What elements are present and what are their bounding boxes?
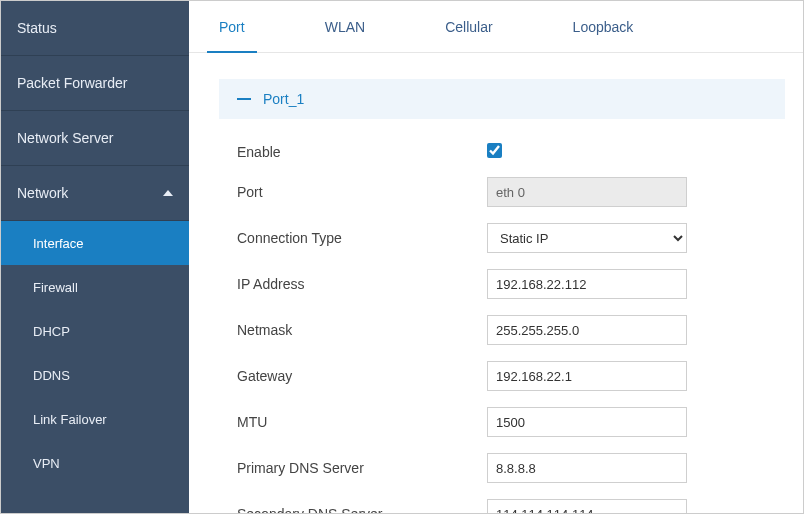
sidebar-sub-link-failover[interactable]: Link Failover [1, 397, 189, 441]
sidebar-item-label: Network Server [17, 130, 113, 146]
label-enable: Enable [237, 144, 487, 160]
panel-title: Port_1 [263, 91, 304, 107]
row-ip-address: IP Address [237, 269, 785, 299]
label-connection-type: Connection Type [237, 230, 487, 246]
sidebar: Status Packet Forwarder Network Server N… [1, 1, 189, 513]
gateway-input[interactable] [487, 361, 687, 391]
row-connection-type: Connection Type Static IP [237, 223, 785, 253]
sidebar-sub-firewall[interactable]: Firewall [1, 265, 189, 309]
label-ip-address: IP Address [237, 276, 487, 292]
tab-loopback[interactable]: Loopback [561, 1, 646, 52]
row-mtu: MTU [237, 407, 785, 437]
secondary-dns-input[interactable] [487, 499, 687, 513]
row-gateway: Gateway [237, 361, 785, 391]
sidebar-sub-interface[interactable]: Interface [1, 221, 189, 265]
mtu-input[interactable] [487, 407, 687, 437]
enable-checkbox[interactable] [487, 143, 502, 158]
sidebar-sub-dhcp[interactable]: DHCP [1, 309, 189, 353]
sidebar-item-label: Packet Forwarder [17, 75, 127, 91]
sidebar-sub-label: DHCP [33, 324, 70, 339]
sidebar-item-network-server[interactable]: Network Server [1, 111, 189, 166]
app-container: Status Packet Forwarder Network Server N… [0, 0, 804, 514]
sidebar-sub-label: VPN [33, 456, 60, 471]
connection-type-select[interactable]: Static IP [487, 223, 687, 253]
caret-up-icon [163, 190, 173, 196]
port-input [487, 177, 687, 207]
panel-header[interactable]: Port_1 [219, 79, 785, 119]
row-dns1: Primary DNS Server [237, 453, 785, 483]
collapse-icon [237, 98, 251, 100]
row-dns2: Secondary DNS Server [237, 499, 785, 513]
sidebar-sub-ddns[interactable]: DDNS [1, 353, 189, 397]
content-area: Port_1 Enable Port Connection Type Stati… [189, 53, 803, 513]
label-mtu: MTU [237, 414, 487, 430]
tab-cellular[interactable]: Cellular [433, 1, 504, 52]
port-form: Enable Port Connection Type Static IP [219, 143, 785, 513]
sidebar-item-packet-forwarder[interactable]: Packet Forwarder [1, 56, 189, 111]
primary-dns-input[interactable] [487, 453, 687, 483]
label-gateway: Gateway [237, 368, 487, 384]
label-netmask: Netmask [237, 322, 487, 338]
sidebar-sub-label: DDNS [33, 368, 70, 383]
label-port: Port [237, 184, 487, 200]
sidebar-sub-label: Link Failover [33, 412, 107, 427]
netmask-input[interactable] [487, 315, 687, 345]
ip-address-input[interactable] [487, 269, 687, 299]
label-dns2: Secondary DNS Server [237, 506, 487, 513]
row-port: Port [237, 177, 785, 207]
sidebar-item-network[interactable]: Network [1, 166, 189, 221]
sidebar-sub-label: Firewall [33, 280, 78, 295]
sidebar-item-status[interactable]: Status [1, 1, 189, 56]
sidebar-sub-vpn[interactable]: VPN [1, 441, 189, 485]
sidebar-item-label: Status [17, 20, 57, 36]
sidebar-item-label: Network [17, 185, 68, 201]
label-dns1: Primary DNS Server [237, 460, 487, 476]
tab-bar: Port WLAN Cellular Loopback [189, 1, 803, 53]
main-area: Port WLAN Cellular Loopback Port_1 Enabl… [189, 1, 803, 513]
sidebar-sub-label: Interface [33, 236, 84, 251]
tab-wlan[interactable]: WLAN [313, 1, 377, 52]
row-netmask: Netmask [237, 315, 785, 345]
tab-port[interactable]: Port [207, 1, 257, 53]
row-enable: Enable [237, 143, 785, 161]
